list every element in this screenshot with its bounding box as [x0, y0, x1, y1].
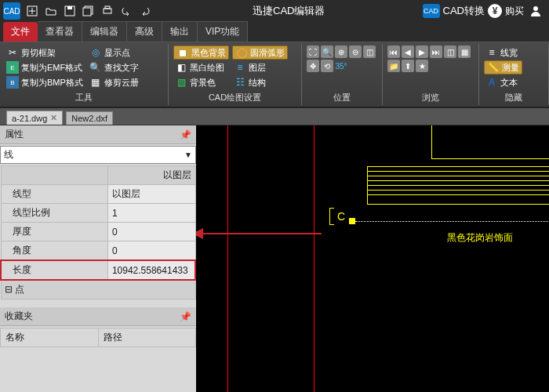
new-icon[interactable]: [24, 2, 41, 20]
user-icon[interactable]: [527, 2, 544, 20]
tab-vip[interactable]: VIP功能: [198, 21, 248, 42]
redo-icon[interactable]: [136, 2, 154, 20]
dotted-line: [355, 221, 549, 222]
pos-icon-3[interactable]: ⊕: [335, 45, 347, 58]
property-table: 以图层 线型以图层 线型比例1 厚度0 角度0 长度10942.55864143…: [0, 165, 196, 299]
app-icon: CAD: [3, 2, 20, 20]
pin-icon[interactable]: 📌: [180, 311, 191, 322]
pos-icon-5[interactable]: ◫: [363, 45, 376, 58]
yl-h2: [367, 166, 549, 167]
browse-icon-5[interactable]: ◫: [444, 45, 456, 58]
buy-label[interactable]: 购买: [505, 5, 524, 18]
layer-icon: ≡: [234, 61, 246, 74]
clip-frame-button[interactable]: ✂剪切框架: [5, 45, 85, 60]
svg-rect-7: [104, 9, 111, 13]
ribbon-drawset-label: CAD绘图设置: [173, 92, 296, 105]
struct-button[interactable]: ☷结构: [232, 75, 288, 89]
measure-button[interactable]: 📏测量: [484, 60, 522, 74]
red-vline-2: [314, 125, 314, 392]
yl-h3: [367, 171, 549, 172]
pos-icon-6[interactable]: ✥: [307, 60, 319, 72]
black-bg-label: 黑色背景: [191, 47, 226, 59]
blackbg-icon: ◼: [176, 46, 189, 59]
yl-h6: [367, 185, 549, 186]
saveall-icon[interactable]: [80, 2, 97, 20]
tab-advanced[interactable]: 高级: [127, 21, 162, 42]
text-button[interactable]: A文本: [484, 75, 522, 89]
selection-handle[interactable]: [349, 218, 355, 224]
find-text-button[interactable]: 🔍查找文字: [88, 60, 140, 74]
doctab-1[interactable]: a-21.dwg✕: [6, 111, 63, 125]
tab-output[interactable]: 输出: [162, 21, 198, 42]
entity-type-value: 线: [4, 148, 13, 162]
copy-emf-button[interactable]: E复制为EMF格式: [5, 60, 85, 74]
black-bg-button[interactable]: ◼黑色背景: [173, 45, 229, 60]
undo-icon[interactable]: [118, 2, 135, 20]
tab-editor[interactable]: 编辑器: [82, 21, 127, 42]
nav-prev-icon[interactable]: ◀: [402, 45, 414, 58]
canvas-annotation: 黑色花岗岩饰面: [447, 231, 513, 245]
linewidth-button[interactable]: ≡线宽: [484, 45, 522, 60]
show-point-button[interactable]: ◎显示点: [88, 45, 140, 60]
open-icon[interactable]: [42, 2, 60, 20]
struct-icon: ☷: [234, 76, 246, 89]
favorites-title: 收藏夹: [5, 310, 33, 323]
bgcolor-button[interactable]: ▧背景色: [173, 75, 229, 89]
save-icon[interactable]: [61, 2, 78, 20]
yl-h5: [367, 180, 549, 181]
pos-icon-8[interactable]: 35°: [335, 60, 347, 72]
smooth-arc-button[interactable]: ◯圆滑弧形: [232, 45, 288, 60]
layer-button[interactable]: ≡图层: [232, 60, 288, 74]
pos-icon-1[interactable]: ⛶: [307, 45, 319, 58]
nav-next-icon[interactable]: ▶: [416, 45, 428, 58]
bgcolor-label: 背景色: [190, 77, 216, 89]
tab-viewer[interactable]: 查看器: [38, 21, 82, 42]
browse-up-icon[interactable]: ⬆: [402, 60, 414, 72]
yl-h4: [367, 176, 549, 176]
bgcolor-icon: ▧: [175, 76, 187, 89]
trim-album-button[interactable]: ▦修剪云册: [88, 75, 140, 89]
prop-linetype-value[interactable]: 以图层: [107, 185, 195, 204]
fav-col-path[interactable]: 路径: [98, 328, 196, 347]
print-icon[interactable]: [99, 2, 116, 20]
prop-length-value[interactable]: 10942.558641433: [107, 260, 195, 280]
red-vline-1: [227, 125, 228, 392]
fav-col-name[interactable]: 名称: [1, 328, 99, 347]
drawing-canvas[interactable]: C 黑色花岗岩饰面: [196, 125, 549, 392]
ruler-icon: 📏: [487, 61, 500, 74]
svg-rect-6: [83, 8, 91, 16]
pos-icon-2[interactable]: 🔍: [321, 45, 333, 58]
prop-point-label[interactable]: ⊟ 点: [1, 280, 195, 299]
cad-convert-icon[interactable]: CAD: [423, 4, 440, 18]
browse-star-icon[interactable]: ★: [416, 60, 428, 72]
svg-rect-8: [105, 6, 110, 9]
doctab-2[interactable]: New2.dxf: [66, 111, 113, 125]
entity-type-combo[interactable]: 线 ▼: [0, 146, 196, 164]
properties-panel: 属性 📌 线 ▼ 以图层 线型以图层 线型比例1 厚度0 角度0 长度10942…: [0, 125, 196, 392]
prop-lts-value[interactable]: 1: [107, 204, 195, 223]
ribbon-group-hide: ≡线宽 📏测量 A文本 隐藏: [479, 44, 549, 105]
coin-icon[interactable]: ¥: [488, 4, 502, 18]
prop-linetype-label: 线型: [1, 185, 107, 204]
copy-bmp-button[interactable]: B复制为BMP格式: [5, 75, 85, 89]
bw-label: 黑白绘图: [190, 62, 224, 74]
close-icon[interactable]: ✕: [50, 113, 57, 123]
pos-icon-4[interactable]: ⊖: [349, 45, 362, 58]
arc-icon: ◯: [235, 46, 248, 59]
callout-arrow: [196, 233, 322, 234]
prop-thickness-value[interactable]: 0: [107, 223, 195, 241]
c-label: C: [337, 210, 345, 223]
yl-h1: [431, 158, 549, 159]
prop-angle-value[interactable]: 0: [107, 241, 195, 261]
bw-button[interactable]: ◧黑白绘图: [173, 60, 229, 74]
ribbon-browse-label: 浏览: [387, 92, 474, 105]
nav-last-icon[interactable]: ⏭: [430, 45, 442, 58]
browse-folder-icon[interactable]: 📁: [387, 60, 400, 72]
pos-icon-7[interactable]: ⟲: [321, 60, 333, 72]
nav-first-icon[interactable]: ⏮: [387, 45, 400, 58]
tab-file[interactable]: 文件: [3, 22, 38, 42]
browse-icon-6[interactable]: ▦: [458, 45, 471, 58]
scissors-icon: ✂: [6, 46, 19, 59]
cad-convert-label[interactable]: CAD转换: [443, 4, 485, 18]
pin-icon[interactable]: 📌: [180, 129, 191, 140]
